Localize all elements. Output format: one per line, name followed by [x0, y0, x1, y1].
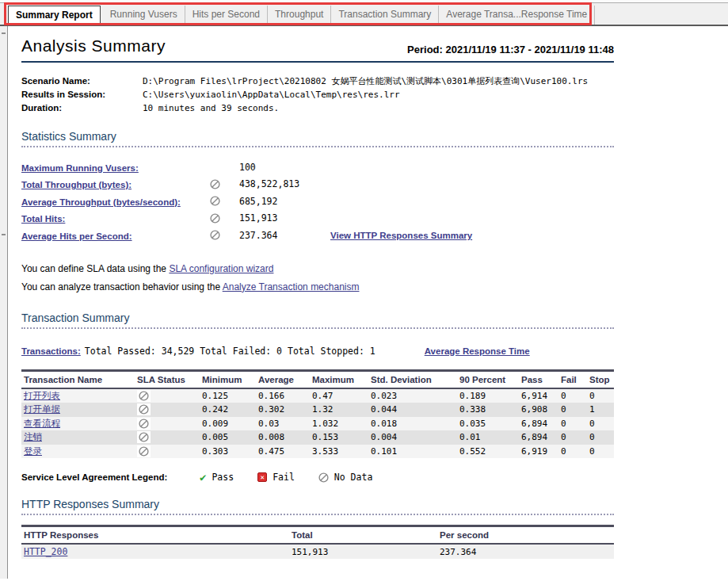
transactions-totals-line: Transactions: Total Passed: 34,529 Total…: [21, 346, 728, 357]
report-tab[interactable]: Throughput: [268, 6, 331, 25]
cell-stop: 1: [587, 404, 614, 415]
report-tab[interactable]: Summary Report: [8, 6, 101, 25]
no-data-icon: [210, 196, 220, 206]
sla-note-text: You can define SLA data using the: [21, 263, 169, 274]
cell-maximum: 3.533: [310, 446, 368, 457]
report-tab[interactable]: Hits per Second: [185, 6, 268, 25]
statistic-value: 438,522,813: [239, 178, 330, 189]
col-minimum: Minimum: [200, 372, 256, 388]
statistic-link[interactable]: Total Throughput (bytes):: [21, 180, 131, 189]
statistics-row: Total Hits: 151,913: [21, 210, 728, 227]
view-http-responses-link[interactable]: View HTTP Responses Summary: [330, 231, 472, 240]
transaction-summary-heading: Transaction Summary: [21, 312, 614, 329]
statistic-value: 100: [239, 162, 330, 173]
statistic-link[interactable]: Average Throughput (bytes/second):: [21, 197, 181, 207]
sla-note-link[interactable]: Analyze Transaction mechanism: [223, 281, 360, 292]
statistic-link[interactable]: Total Hits:: [21, 214, 65, 224]
transaction-row: 查看流程 0.009 0.03 1.032 0.018 0.035 6,894 …: [21, 417, 614, 431]
transactions-link[interactable]: Transactions:: [21, 346, 81, 356]
no-data-icon: [137, 418, 151, 430]
cell-maximum: 0.47: [310, 391, 368, 401]
session-info-value: 10 minutes and 39 seconds.: [143, 101, 279, 115]
col-average: Average: [256, 372, 310, 388]
col-per-second: Per second: [437, 527, 614, 543]
cell-http-per-second: 237.364: [437, 547, 614, 557]
transaction-name-link[interactable]: 打开列表: [24, 391, 60, 400]
cell-maximum: 1.32: [310, 404, 368, 415]
transaction-name-link[interactable]: 打开单据: [24, 404, 60, 414]
transaction-name-link[interactable]: 注销: [24, 432, 42, 441]
cell-std-deviation: 0.018: [368, 419, 457, 429]
statistic-link[interactable]: Average Hits per Second:: [21, 231, 132, 241]
transaction-row: 注销 0.005 0.008 0.153 0.004 0.01 6,894 0 …: [21, 430, 614, 445]
session-info-row: Duration: 10 minutes and 39 seconds.: [21, 101, 728, 115]
sla-legend: Service Level Agreement Legend: ✔ Pass ✕…: [21, 472, 728, 483]
pane-splitter[interactable]: [0, 26, 8, 579]
cell-stop: 0: [587, 446, 614, 457]
statistic-value: 151,913: [239, 212, 330, 224]
cell-pass: 6,919: [519, 446, 558, 457]
cell-pass: 6,908: [519, 404, 558, 415]
col-sla-status: SLA Status: [135, 372, 200, 388]
transaction-name-link[interactable]: 查看流程: [24, 419, 60, 428]
http-responses-summary-heading: HTTP Responses Summary: [21, 498, 614, 515]
report-tab-bar: Summary ReportRunning VusersHits per Sec…: [0, 3, 728, 26]
sla-note-link[interactable]: SLA configuration wizard: [169, 263, 273, 274]
no-data-icon: [137, 431, 151, 443]
transaction-table-header: Transaction Name SLA Status Minimum Aver…: [21, 372, 614, 389]
statistics-row: Average Throughput (bytes/second): 685,1…: [21, 193, 728, 210]
cell-stop: 0: [587, 391, 614, 401]
no-data-icon: [210, 230, 220, 240]
session-info-row: Scenario Name: D:\Program Files\lrProjec…: [21, 75, 728, 88]
cell-fail: 0: [558, 391, 587, 401]
http-response-row: HTTP_200 151,913 237.364: [21, 545, 614, 559]
col-stop: Stop: [587, 372, 614, 388]
session-info-row: Results in Session: C:\Users\yuxiaolin\A…: [21, 88, 728, 101]
report-tab[interactable]: Average Transa...Response Time: [439, 6, 595, 25]
session-info-label: Scenario Name:: [21, 75, 143, 88]
sla-note-text: You can analyze transaction behavior usi…: [21, 281, 223, 292]
sla-note: You can analyze transaction behavior usi…: [21, 278, 728, 296]
cell-stop: 0: [587, 419, 614, 429]
average-response-time-link[interactable]: Average Response Time: [425, 346, 530, 356]
transaction-table: Transaction Name SLA Status Minimum Aver…: [21, 369, 614, 459]
statistics-row: Average Hits per Second: 237.364 View HT…: [21, 227, 728, 244]
report-period: Period: 2021/11/19 11:37 - 2021/11/19 11…: [407, 44, 614, 55]
cell-average: 0.302: [256, 404, 310, 415]
cell-fail: 0: [558, 446, 587, 457]
cell-std-deviation: 0.044: [368, 404, 457, 415]
cell-fail: 0: [558, 404, 587, 415]
splitter-grip: [2, 32, 6, 34]
no-data-icon: [210, 179, 220, 189]
statistics-summary-heading: Statistics Summary: [21, 130, 614, 147]
no-data-icon: [137, 445, 151, 457]
cell-stop: 0: [587, 432, 614, 442]
cell-fail: 0: [558, 432, 587, 442]
sla-legend-label: Service Level Agreement Legend:: [21, 472, 200, 482]
cell-std-deviation: 0.023: [368, 391, 457, 401]
transaction-row: 打开列表 0.125 0.166 0.47 0.023 0.189 6,914 …: [21, 389, 614, 403]
http-responses-table: HTTP Responses Total Per second HTTP_200…: [21, 525, 614, 559]
transaction-name-link[interactable]: 登录: [24, 446, 42, 456]
transaction-row: 登录 0.303 0.475 3.533 0.101 0.552 6,919 0…: [21, 445, 614, 459]
cell-pass: 6,914: [519, 391, 558, 401]
no-data-icon: [318, 472, 329, 483]
cell-90-percent: 0.552: [457, 446, 519, 457]
cell-90-percent: 0.338: [457, 404, 519, 415]
cell-std-deviation: 0.004: [368, 432, 457, 442]
statistics-row: Maximum Running Vusers: 100: [21, 159, 728, 176]
report-tab[interactable]: Running Vusers: [103, 6, 185, 25]
statistic-link[interactable]: Maximum Running Vusers:: [21, 163, 139, 173]
cell-maximum: 1.032: [310, 419, 368, 429]
http-response-link[interactable]: HTTP_200: [24, 546, 67, 557]
legend-fail-label: Fail: [273, 472, 295, 483]
session-info-label: Duration:: [21, 101, 143, 115]
cell-90-percent: 0.189: [457, 391, 519, 401]
cell-average: 0.475: [256, 446, 310, 457]
statistic-value: 685,192: [239, 196, 330, 207]
sla-note: You can define SLA data using the SLA co…: [21, 260, 728, 278]
report-tab[interactable]: Transaction Summary: [331, 6, 439, 25]
cell-90-percent: 0.01: [457, 432, 519, 442]
cell-90-percent: 0.035: [457, 419, 519, 429]
legend-pass-label: Pass: [212, 472, 234, 483]
